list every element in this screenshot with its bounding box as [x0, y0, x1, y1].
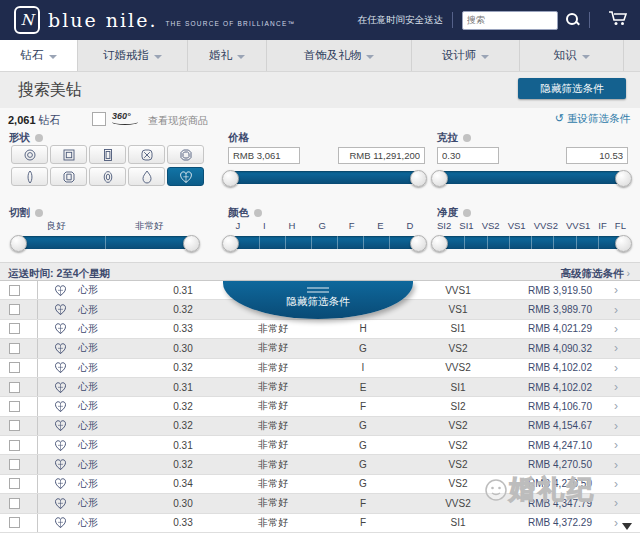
chevron-right-icon[interactable]: ›: [592, 516, 640, 530]
info-icon[interactable]: [35, 134, 43, 142]
round-shape-button[interactable]: [11, 145, 48, 164]
clarity-cell: VVS1: [416, 285, 500, 296]
row-checkbox[interactable]: [9, 498, 20, 509]
chevron-right-icon[interactable]: ›: [592, 496, 640, 510]
carat-slider[interactable]: [433, 171, 630, 184]
reset-filters-link[interactable]: ↺重设筛选条件: [555, 112, 630, 126]
cut-slider[interactable]: [12, 236, 198, 249]
nav-tab-1[interactable]: 钻石: [0, 40, 78, 71]
radiant-shape-button[interactable]: [50, 167, 87, 186]
chevron-right-icon[interactable]: ›: [592, 419, 640, 433]
clarity-slider-min-handle[interactable]: [431, 235, 448, 252]
heart-shape-button[interactable]: [167, 167, 204, 186]
nav-tab-3[interactable]: 婚礼: [188, 40, 267, 71]
cut-slider-min-handle[interactable]: [10, 235, 27, 252]
princess-shape-button[interactable]: [50, 145, 87, 164]
color-slider[interactable]: [224, 236, 425, 249]
cut-slider-max-handle[interactable]: [183, 235, 200, 252]
oval-shape-button[interactable]: [89, 167, 126, 186]
row-checkbox[interactable]: [9, 401, 20, 412]
nav-tab-5[interactable]: 设计师: [412, 40, 520, 71]
table-row[interactable]: 心形0.32非常好GVS2RMB 4,154.67›: [0, 417, 640, 436]
table-row[interactable]: 心形0.33非常好FSI1RMB 4,372.29›: [0, 514, 640, 533]
chevron-right-icon[interactable]: ›: [592, 303, 640, 317]
price-min-input[interactable]: [228, 147, 300, 164]
clarity-cell: SI1: [416, 517, 500, 528]
chevron-right-icon[interactable]: ›: [592, 399, 640, 413]
table-row[interactable]: 心形0.33非常好HSI1RMB 4,021.29›: [0, 320, 640, 339]
carat-slider-max-handle[interactable]: [615, 170, 632, 187]
cut-cell: 非常好: [236, 361, 310, 375]
nav-tab-6[interactable]: 知识: [520, 40, 624, 71]
table-row[interactable]: 心形0.31非常好GVS2RMB 4,247.10›: [0, 436, 640, 455]
carat-cell: 0.32: [130, 459, 236, 470]
price-slider[interactable]: [224, 171, 425, 184]
view-in-stock-label[interactable]: 查看现货商品: [148, 114, 208, 128]
carat-min-input[interactable]: [437, 147, 499, 164]
price-slider-max-handle[interactable]: [410, 170, 427, 187]
chevron-right-icon[interactable]: ›: [592, 283, 640, 297]
row-checkbox[interactable]: [9, 382, 20, 393]
clarity-slider[interactable]: [433, 236, 630, 249]
advanced-filters-link[interactable]: 高级筛选条件 ›: [561, 267, 630, 281]
nav-tab-2[interactable]: 订婚戒指: [78, 40, 188, 71]
chevron-right-icon[interactable]: ›: [592, 341, 640, 355]
scroll-down-arrow-icon[interactable]: [622, 523, 632, 530]
clarity-cell: VS2: [416, 420, 500, 431]
info-icon[interactable]: [463, 209, 471, 217]
chevron-right-icon[interactable]: ›: [592, 322, 640, 336]
info-icon[interactable]: [254, 209, 262, 217]
pear-shape-button[interactable]: [128, 167, 165, 186]
table-row[interactable]: 心形0.30非常好FVVS2RMB 4,347.79›: [0, 494, 640, 513]
table-row[interactable]: 心形0.30非常好GVS2RMB 4,090.32›: [0, 339, 640, 358]
carat-max-input[interactable]: [566, 147, 628, 164]
nav-tab-label: 设计师: [442, 48, 477, 63]
row-checkbox[interactable]: [9, 420, 20, 431]
clarity-cell: VS2: [416, 459, 500, 470]
blue-nile-logo[interactable]: N blue nile. THE SOURCE OF BRILLIANCE™: [14, 6, 295, 34]
price-max-input[interactable]: [338, 147, 425, 164]
row-checkbox[interactable]: [9, 362, 20, 373]
table-row[interactable]: 心形0.32非常好GVS2RMB 4,270.50›: [0, 455, 640, 474]
chevron-right-icon[interactable]: ›: [592, 380, 640, 394]
in-stock-checkbox[interactable]: [92, 112, 106, 126]
cushion-shape-button[interactable]: [128, 145, 165, 164]
row-checkbox[interactable]: [9, 285, 20, 296]
chevron-right-icon[interactable]: ›: [592, 361, 640, 375]
row-checkbox[interactable]: [9, 323, 20, 334]
emerald-shape-button[interactable]: [89, 145, 126, 164]
table-row[interactable]: 心形0.32非常好IVVS2RMB 4,102.02›: [0, 359, 640, 378]
chevron-right-icon[interactable]: ›: [592, 458, 640, 472]
clarity-slider-max-handle[interactable]: [615, 235, 632, 252]
table-row[interactable]: 心形0.31非常好ESI1RMB 4,102.02›: [0, 378, 640, 397]
hide-filters-button[interactable]: 隐藏筛选条件: [518, 78, 626, 99]
color-slider-max-handle[interactable]: [410, 235, 427, 252]
row-checkbox[interactable]: [9, 304, 20, 315]
heart-shape-icon: [54, 419, 67, 432]
price-cell: RMB 4,247.10: [500, 440, 592, 451]
row-checkbox[interactable]: [9, 343, 20, 354]
row-checkbox[interactable]: [9, 440, 20, 451]
asscher-shape-button[interactable]: [167, 145, 204, 164]
info-icon[interactable]: [463, 134, 471, 142]
carat-filter-label: 克拉: [437, 131, 471, 145]
marquise-shape-button[interactable]: [11, 167, 48, 186]
color-cell: F: [310, 517, 416, 528]
chevron-right-icon[interactable]: ›: [592, 477, 640, 491]
search-input[interactable]: [462, 11, 558, 30]
price-slider-min-handle[interactable]: [222, 170, 239, 187]
table-row[interactable]: 心形0.32非常好FSI2RMB 4,106.70›: [0, 397, 640, 416]
table-row[interactable]: 心形0.34非常好GVS2RMB 4,270.50›: [0, 475, 640, 494]
nav-tab-4[interactable]: 首饰及礼物: [267, 40, 412, 71]
row-checkbox[interactable]: [9, 517, 20, 528]
chevron-right-icon[interactable]: ›: [592, 438, 640, 452]
cart-icon[interactable]: [608, 10, 628, 30]
color-cell: G: [310, 440, 416, 451]
row-checkbox[interactable]: [9, 478, 20, 489]
color-cell: G: [310, 343, 416, 354]
info-icon[interactable]: [35, 209, 43, 217]
row-checkbox[interactable]: [9, 459, 20, 470]
search-icon[interactable]: [566, 13, 580, 27]
color-slider-min-handle[interactable]: [222, 235, 239, 252]
carat-slider-min-handle[interactable]: [431, 170, 448, 187]
